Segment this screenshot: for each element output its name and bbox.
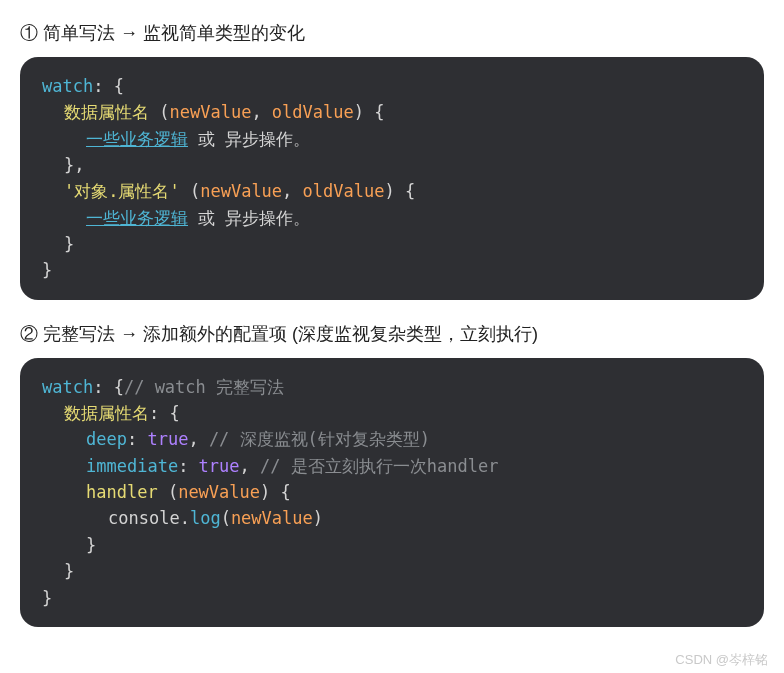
code-line: '对象.属性名' (newValue, oldValue) {: [42, 178, 742, 204]
logic-text: 一些业务逻辑: [86, 129, 188, 149]
code-line: console.log(newValue): [42, 505, 742, 531]
value-true: true: [147, 429, 188, 449]
code-line: handler (newValue) {: [42, 479, 742, 505]
punct: }: [64, 561, 74, 581]
param: newValue: [200, 181, 282, 201]
punct: : {: [149, 403, 180, 423]
punct: {: [114, 76, 124, 96]
section2-title: ② 完整写法 → 添加额外的配置项 (深度监视复杂类型，立刻执行): [20, 322, 764, 346]
code-line: }: [42, 532, 742, 558]
punct: ) {: [260, 482, 291, 502]
comment: // 深度监视(针对复杂类型): [199, 429, 430, 449]
handler-name: handler: [86, 482, 158, 502]
code-line: 一些业务逻辑 或 异步操作。: [42, 205, 742, 231]
console-obj: console: [108, 508, 180, 528]
punct: :: [93, 76, 113, 96]
value-true: true: [199, 456, 240, 476]
punct: }: [42, 588, 52, 608]
punct: },: [64, 155, 84, 175]
punct: (: [180, 181, 200, 201]
punct: ) {: [354, 102, 385, 122]
property-name-quoted: '对象.属性名': [64, 181, 180, 201]
comment: // watch 完整写法: [124, 377, 284, 397]
code-line: immediate: true, // 是否立刻执行一次handler: [42, 453, 742, 479]
punct: (: [221, 508, 231, 528]
param: oldValue: [272, 102, 354, 122]
code-line: }: [42, 231, 742, 257]
param: oldValue: [303, 181, 385, 201]
code-line: watch: {// watch 完整写法: [42, 374, 742, 400]
property-name: 数据属性名: [64, 102, 149, 122]
code-line: }: [42, 585, 742, 611]
period: 。: [293, 129, 310, 149]
logic-mid: 或: [188, 208, 225, 228]
code-line: },: [42, 152, 742, 178]
code-block-1: watch: { 数据属性名 (newValue, oldValue) { 一些…: [20, 57, 764, 300]
code-line: }: [42, 257, 742, 283]
log-method: log: [190, 508, 221, 528]
code-line: }: [42, 558, 742, 584]
keyword-watch: watch: [42, 377, 93, 397]
comment: // 是否立刻执行一次handler: [250, 456, 499, 476]
param: newValue: [178, 482, 260, 502]
code-line: watch: {: [42, 73, 742, 99]
logic-text: 一些业务逻辑: [86, 208, 188, 228]
code-line: 一些业务逻辑 或 异步操作。: [42, 126, 742, 152]
param: newValue: [169, 102, 251, 122]
punct: :: [93, 377, 113, 397]
punct: }: [86, 535, 96, 555]
punct: {: [114, 377, 124, 397]
period: 。: [293, 208, 310, 228]
code-line: deep: true, // 深度监视(针对复杂类型): [42, 426, 742, 452]
watermark: CSDN @岑梓铭: [675, 651, 768, 669]
punct: :: [178, 456, 198, 476]
code-block-2: watch: {// watch 完整写法 数据属性名: { deep: tru…: [20, 358, 764, 627]
punct: .: [180, 508, 190, 528]
punct: (: [158, 482, 178, 502]
logic-mid: 或: [188, 129, 225, 149]
keyword-watch: watch: [42, 76, 93, 96]
punct: ,: [188, 429, 198, 449]
property-name: 数据属性名: [64, 403, 149, 423]
punct: ,: [282, 181, 302, 201]
punct: :: [127, 429, 147, 449]
section1-title: ① 简单写法 → 监视简单类型的变化: [20, 21, 764, 45]
punct: (: [149, 102, 169, 122]
punct: ,: [251, 102, 271, 122]
punct: }: [42, 260, 52, 280]
logic-async: 异步操作: [225, 129, 293, 149]
option-immediate: immediate: [86, 456, 178, 476]
code-line: 数据属性名: {: [42, 400, 742, 426]
param: newValue: [231, 508, 313, 528]
punct: ) {: [384, 181, 415, 201]
punct: }: [64, 234, 74, 254]
punct: ,: [240, 456, 250, 476]
option-deep: deep: [86, 429, 127, 449]
punct: ): [313, 508, 323, 528]
logic-async: 异步操作: [225, 208, 293, 228]
code-line: 数据属性名 (newValue, oldValue) {: [42, 99, 742, 125]
